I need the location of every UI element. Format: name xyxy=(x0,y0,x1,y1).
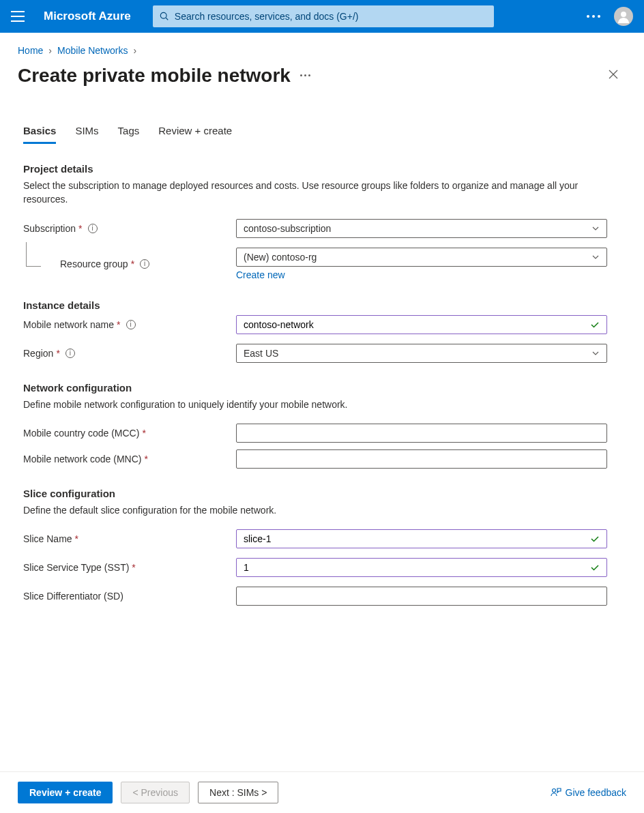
breadcrumb-home[interactable]: Home xyxy=(18,45,43,56)
section-project-details-heading: Project details xyxy=(23,163,621,175)
mcc-input-wrap xyxy=(236,424,607,443)
search-icon xyxy=(160,12,169,21)
section-slice-heading: Slice configuration xyxy=(23,488,621,499)
form-body: Project details Select the subscription … xyxy=(0,144,644,606)
section-instance-heading: Instance details xyxy=(23,299,621,311)
mnc-input[interactable] xyxy=(244,454,600,464)
check-icon xyxy=(590,320,600,329)
required-indicator: * xyxy=(132,562,135,573)
footer: Review + create < Previous Next : SIMs >… xyxy=(0,771,644,813)
sst-label: Slice Service Type (SST) xyxy=(23,562,129,573)
title-row: Create private mobile network xyxy=(0,59,644,89)
mnc-label: Mobile network code (MNC) xyxy=(23,454,142,464)
slice-name-input[interactable] xyxy=(244,533,590,544)
info-icon[interactable]: i xyxy=(126,320,136,329)
tab-review[interactable]: Review + create xyxy=(158,125,232,144)
next-button[interactable]: Next : SIMs > xyxy=(198,782,278,803)
required-indicator: * xyxy=(75,533,78,544)
network-name-input-wrap xyxy=(236,315,607,334)
give-feedback-label: Give feedback xyxy=(566,787,627,798)
section-slice-desc: Define the default slice configuration f… xyxy=(23,503,583,517)
required-indicator: * xyxy=(117,319,120,330)
svg-point-0 xyxy=(160,12,166,18)
create-new-link[interactable]: Create new xyxy=(236,269,285,280)
required-indicator: * xyxy=(78,223,82,234)
section-network-desc: Define mobile network configuration to u… xyxy=(23,398,583,411)
region-label: Region xyxy=(23,348,53,359)
mnc-input-wrap xyxy=(236,449,607,469)
global-search[interactable] xyxy=(153,5,494,27)
check-icon xyxy=(590,563,600,572)
required-indicator: * xyxy=(131,258,134,269)
tabs: Basics SIMs Tags Review + create xyxy=(0,89,644,144)
previous-button[interactable]: < Previous xyxy=(121,782,190,803)
mcc-input[interactable] xyxy=(244,428,600,439)
subscription-select[interactable]: contoso-subscription xyxy=(236,219,607,238)
give-feedback-link[interactable]: Give feedback xyxy=(551,787,627,798)
breadcrumb: Home › Mobile Networks › xyxy=(0,33,644,59)
brand-label[interactable]: Microsoft Azure xyxy=(44,10,131,23)
tab-basics[interactable]: Basics xyxy=(23,125,56,144)
sd-input-wrap xyxy=(236,587,607,606)
section-project-details-desc: Select the subscription to manage deploy… xyxy=(23,179,583,207)
required-indicator: * xyxy=(145,454,148,464)
chevron-down-icon xyxy=(591,224,600,233)
chevron-right-icon: › xyxy=(134,45,137,56)
tab-sims[interactable]: SIMs xyxy=(75,125,98,144)
info-icon[interactable]: i xyxy=(140,259,149,269)
sd-input[interactable] xyxy=(244,591,600,602)
top-bar: Microsoft Azure xyxy=(0,0,644,33)
network-name-label: Mobile network name xyxy=(23,319,114,330)
breadcrumb-parent[interactable]: Mobile Networks xyxy=(57,45,128,56)
svg-point-5 xyxy=(552,789,555,793)
section-network-heading: Network configuration xyxy=(23,382,621,394)
slice-name-input-wrap xyxy=(236,529,607,548)
close-icon[interactable] xyxy=(603,63,624,88)
required-indicator: * xyxy=(56,348,59,359)
slice-name-label: Slice Name xyxy=(23,533,72,544)
chevron-right-icon: › xyxy=(48,45,52,56)
info-icon[interactable]: i xyxy=(65,349,75,358)
title-more-menu-icon[interactable] xyxy=(300,74,310,76)
network-name-input[interactable] xyxy=(244,319,590,330)
search-input[interactable] xyxy=(175,11,487,22)
svg-point-2 xyxy=(621,12,626,17)
chevron-down-icon xyxy=(591,349,600,357)
chevron-down-icon xyxy=(591,253,600,261)
resource-group-label: Resource group xyxy=(60,258,128,269)
region-select[interactable]: East US xyxy=(236,344,607,363)
hamburger-menu-icon[interactable] xyxy=(11,11,25,22)
info-icon[interactable]: i xyxy=(88,224,98,233)
required-indicator: * xyxy=(142,428,145,439)
subscription-value: contoso-subscription xyxy=(244,223,331,234)
subscription-label: Subscription xyxy=(23,223,76,234)
page-title: Create private mobile network xyxy=(18,65,291,87)
region-value: East US xyxy=(244,348,278,359)
user-avatar[interactable] xyxy=(614,7,633,26)
mcc-label: Mobile country code (MCC) xyxy=(23,428,139,439)
sst-input-wrap xyxy=(236,558,607,577)
tab-tags[interactable]: Tags xyxy=(118,125,140,144)
sd-label: Slice Differentiator (SD) xyxy=(23,591,123,602)
tree-connector-icon xyxy=(26,242,41,267)
review-create-button[interactable]: Review + create xyxy=(18,782,113,803)
more-menu-icon[interactable] xyxy=(587,15,600,18)
sst-input[interactable] xyxy=(244,562,590,573)
resource-group-value: (New) contoso-rg xyxy=(244,252,317,263)
resource-group-select[interactable]: (New) contoso-rg xyxy=(236,248,607,267)
svg-line-1 xyxy=(166,18,168,20)
check-icon xyxy=(590,534,600,544)
feedback-icon xyxy=(551,787,561,798)
